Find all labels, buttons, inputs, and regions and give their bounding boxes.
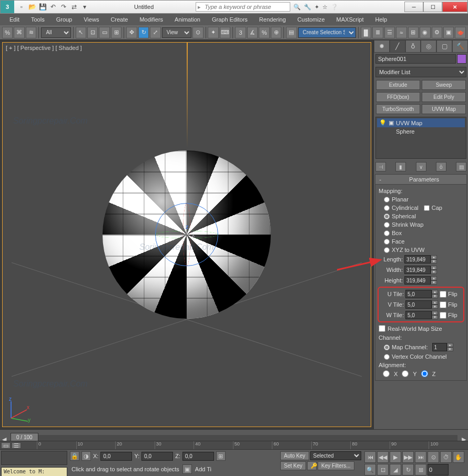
menu-maxscript[interactable]: MAXScript (331, 15, 369, 24)
chk-uflip[interactable] (440, 291, 446, 298)
open-icon[interactable]: 📂 (28, 3, 36, 11)
unlink-icon[interactable]: ⌘ (14, 27, 24, 38)
radio-box[interactable] (384, 230, 390, 236)
rotate-icon[interactable]: ↻ (138, 27, 149, 38)
tab-create[interactable]: ✹ (374, 40, 390, 53)
tab-display[interactable]: ▢ (436, 40, 452, 53)
configure-icon[interactable]: ▤ (456, 162, 466, 171)
btn-editpoly[interactable]: Edit Poly (422, 92, 466, 102)
lock-selection-icon[interactable]: 🔒 (70, 451, 79, 461)
tab-hierarchy[interactable]: ♁ (405, 40, 421, 53)
menu-views[interactable]: Views (78, 15, 104, 24)
redo-icon[interactable]: ↷ (59, 3, 68, 11)
rect-select-icon[interactable]: ▭ (99, 27, 109, 38)
vtile-field[interactable] (405, 300, 432, 309)
tab-utilities[interactable]: 🔨 (452, 40, 468, 53)
wrench-icon[interactable]: 🔧 (304, 4, 311, 11)
width-field[interactable] (404, 266, 431, 274)
rotate-gizmo[interactable]: z x (155, 203, 218, 266)
auto-key-button[interactable]: Auto Key (280, 451, 309, 460)
menu-tools[interactable]: Tools (26, 15, 50, 24)
rollout-header[interactable]: - Parameters (375, 175, 466, 185)
listener-input[interactable]: Welcome to M: (1, 467, 67, 476)
btn-ffdbox[interactable]: FFD(box) (376, 92, 420, 102)
btn-uvwmap[interactable]: UVW Map (422, 104, 466, 114)
radio-mapchannel[interactable] (384, 345, 390, 350)
prev-frame-icon[interactable]: ◀◀ (377, 451, 389, 463)
spinner-up-icon[interactable]: ▲ (431, 276, 437, 280)
zoom-extents-icon[interactable]: ⊡ (377, 464, 389, 475)
tab-motion[interactable]: ◎ (421, 40, 436, 53)
key-mode-select[interactable]: Selected (310, 451, 361, 460)
snap-icon[interactable]: 3 (235, 27, 246, 38)
sphere-object[interactable]: z x (103, 150, 271, 319)
binoculars-icon[interactable]: 🔍 (293, 4, 301, 11)
pin-stack-icon[interactable]: ⊣ (375, 162, 386, 171)
menu-create[interactable]: Create (105, 15, 133, 24)
maximize-button[interactable]: ☐ (423, 2, 442, 12)
spinner-down-icon[interactable]: ▼ (447, 347, 453, 351)
rollout-toggle-icon[interactable]: - (377, 176, 383, 183)
scale-icon[interactable]: ⤢ (150, 27, 160, 38)
undo-icon[interactable]: ↶ (49, 3, 57, 11)
menu-group[interactable]: Group (51, 15, 78, 24)
menu-edit[interactable]: Edit (4, 15, 25, 24)
stack-item-sphere[interactable]: Sphere (377, 127, 465, 136)
length-field[interactable] (404, 255, 431, 264)
coord-z-field[interactable] (182, 452, 214, 461)
link-icon[interactable]: % (2, 27, 13, 38)
minimize-button[interactable]: ─ (404, 2, 423, 12)
material-icon[interactable]: ◉ (420, 27, 430, 38)
help-icon[interactable]: ❔ (331, 4, 338, 11)
schematic-icon[interactable]: ⊞ (408, 27, 419, 38)
pivot-icon[interactable]: ⊙ (192, 27, 203, 38)
spinner-down-icon[interactable]: ▼ (431, 259, 437, 264)
time-slider-handle[interactable]: 0 / 100 (11, 433, 38, 442)
menu-graph-editors[interactable]: Graph Editors (207, 15, 253, 24)
spinner-snap-icon[interactable]: ⊕ (271, 27, 281, 38)
radio-xyz[interactable] (384, 247, 390, 253)
make-unique-icon[interactable]: ∨ (416, 162, 426, 171)
listener-output[interactable] (1, 451, 67, 465)
named-selection-set[interactable]: Create Selection Se (298, 27, 356, 38)
align-icon[interactable]: ≣ (372, 27, 383, 38)
radio-planar[interactable] (384, 197, 390, 202)
chk-realworld[interactable] (379, 325, 385, 332)
current-frame-field[interactable] (428, 464, 449, 475)
selection-filter[interactable]: All (41, 27, 70, 38)
select-icon[interactable]: ↖ (76, 27, 86, 38)
set-key-button[interactable]: Set Key (280, 461, 306, 470)
key-mode-icon[interactable]: ⊙ (428, 451, 439, 463)
keyboard-icon[interactable]: ⌨ (220, 27, 230, 38)
mapchannel-field[interactable] (432, 343, 447, 351)
utile-field[interactable] (405, 290, 432, 298)
modifier-stack[interactable]: 💡 ▣ UVW Map Sphere (375, 117, 466, 159)
key-filters-button[interactable]: Key Filters... (318, 461, 354, 470)
mirror-icon[interactable]: ▐▌ (361, 27, 371, 38)
render-setup-icon[interactable]: ⚙ (432, 27, 442, 38)
btn-sweep[interactable]: Sweep (422, 80, 466, 90)
spinner-down-icon[interactable]: ▼ (432, 315, 438, 319)
chk-cap[interactable] (424, 205, 430, 211)
radio-cylindrical[interactable] (384, 205, 390, 211)
spinner-up-icon[interactable]: ▲ (432, 311, 438, 315)
fov-icon[interactable]: ◢ (390, 464, 401, 475)
menu-animation[interactable]: Animation (169, 15, 206, 24)
radio-vertexcolor[interactable] (384, 354, 390, 360)
stack-item-uvwmap[interactable]: 💡 ▣ UVW Map (377, 118, 465, 127)
link-icon[interactable]: ⇄ (70, 3, 78, 11)
bind-icon[interactable]: ≋ (26, 27, 36, 38)
move-icon[interactable]: ✥ (126, 27, 137, 38)
spinner-up-icon[interactable]: ▲ (431, 255, 437, 259)
radio-spherical[interactable] (384, 214, 390, 219)
angle-snap-icon[interactable]: ∡ (247, 27, 258, 38)
remove-mod-icon[interactable]: ö (436, 162, 446, 171)
percent-snap-icon[interactable]: % (259, 27, 269, 38)
curve-editor-icon[interactable]: ≈ (396, 27, 406, 38)
favorite-icon[interactable]: ☆ (322, 4, 328, 11)
menu-customize[interactable]: Customize (292, 15, 330, 24)
goto-end-icon[interactable]: ⏭ (415, 451, 426, 463)
spinner-up-icon[interactable]: ▲ (432, 300, 438, 305)
chk-vflip[interactable] (440, 301, 446, 308)
modifier-list-dropdown[interactable]: Modifier List (375, 67, 466, 77)
